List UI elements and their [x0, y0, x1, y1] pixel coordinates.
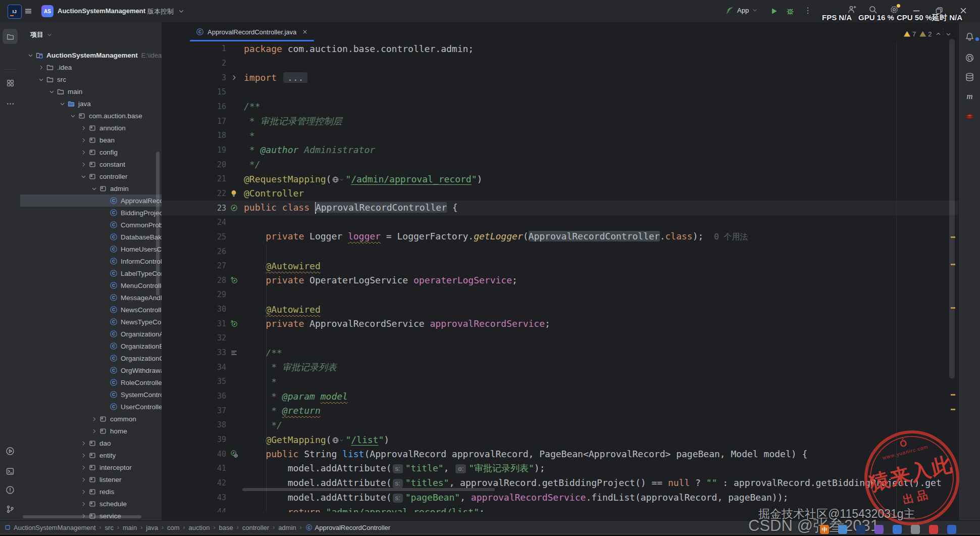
tree-item-main[interactable]: main: [20, 85, 162, 98]
chevron-right-icon[interactable]: [79, 149, 87, 156]
chevron-right-icon[interactable]: [90, 416, 98, 422]
code-line-29[interactable]: 29: [162, 287, 958, 302]
tree-item-admin[interactable]: admin: [20, 182, 162, 194]
chevron-right-icon[interactable]: [79, 125, 87, 131]
tool-strip-ai-assistant[interactable]: [962, 51, 976, 65]
tool-strip-notifications[interactable]: [962, 29, 976, 43]
tree-item-systemcontroller[interactable]: CSystemController: [20, 388, 162, 401]
code-line-35[interactable]: 35 *: [162, 374, 958, 389]
code-line-15[interactable]: 15: [162, 85, 958, 100]
tree-item-listener[interactable]: listener: [20, 473, 162, 485]
chevron-right-icon[interactable]: [79, 440, 87, 447]
breadcrumb-auction[interactable]: auction: [189, 524, 210, 531]
gutter-foldR-icon[interactable]: [226, 74, 241, 81]
main-menu-icon[interactable]: [24, 7, 32, 15]
tool-strip-problems-tool[interactable]: [3, 482, 18, 498]
code-line-23[interactable]: 23public class ApprovalRecordController …: [162, 201, 958, 215]
warning-stripe-mark[interactable]: [951, 409, 955, 410]
chevron-down-icon[interactable]: [37, 76, 45, 83]
chevron-right-icon[interactable]: [79, 476, 87, 483]
code-editor[interactable]: 1package com.auction.base.controller.adm…: [162, 41, 958, 512]
chevron-right-icon[interactable]: [79, 464, 87, 471]
project-scrollbar-horizontal[interactable]: [23, 515, 141, 518]
tree-item-informcontroller[interactable]: CInformController: [20, 255, 162, 267]
tree-item-controller[interactable]: controller: [20, 170, 162, 182]
tree-item-orgwithdrawalrecordcontroller[interactable]: COrgWithdrawalRecordController: [20, 364, 162, 376]
tool-strip-version-control-tool[interactable]: [3, 502, 18, 517]
tree-item-databasebakcontroller[interactable]: CDatabaseBakController: [20, 231, 162, 243]
vcs-menu[interactable]: 版本控制: [147, 7, 174, 16]
tool-strip-maven-tool[interactable]: m: [962, 89, 976, 103]
warning-stripe-mark[interactable]: [951, 394, 955, 396]
tree-item-interceptor[interactable]: interceptor: [20, 461, 162, 473]
tab-approvalrecordcontroller[interactable]: C ApprovalRecordController.java: [190, 22, 314, 41]
tool-strip-structure-tool[interactable]: [3, 75, 18, 90]
code-line-25[interactable]: 25 private Logger logger = LoggerFactory…: [162, 230, 958, 245]
gutter-lines3-icon[interactable]: [226, 349, 241, 357]
project-badge[interactable]: AS: [41, 5, 54, 17]
code-line-38[interactable]: 38 */: [162, 418, 958, 432]
code-line-44[interactable]: 44 return "admin/approval_record/list";: [162, 505, 958, 512]
project-scrollbar-vertical[interactable]: [156, 152, 160, 296]
gutter-bulb-icon[interactable]: [226, 189, 241, 198]
code-line-27[interactable]: 27 @Autowired: [162, 259, 958, 273]
breadcrumb-com[interactable]: com: [167, 524, 180, 531]
code-line-39[interactable]: 39 @GetMapping("/list"): [162, 432, 958, 447]
tree-item-labeltypecontroller[interactable]: CLabelTypeController: [20, 267, 162, 279]
tree-item-usercontroller[interactable]: CUserController: [20, 401, 162, 413]
globe-icon[interactable]: [332, 436, 344, 444]
editor-scrollbar-vertical[interactable]: [949, 39, 955, 378]
tree-item-entity[interactable]: entity: [20, 449, 162, 461]
tool-strip-project-tool[interactable]: [3, 29, 18, 44]
chevron-right-icon[interactable]: [79, 161, 87, 168]
breadcrumb-java[interactable]: java: [146, 524, 158, 531]
intellij-logo-icon[interactable]: ASIJ: [8, 5, 22, 19]
tree-item-homeuserscontroller[interactable]: CHomeUsersController: [20, 243, 162, 255]
code-line-36[interactable]: 36 * @param model: [162, 389, 958, 404]
tool-strip-more-tools[interactable]: [3, 96, 18, 111]
tree-item-config[interactable]: config: [20, 146, 162, 158]
code-line-22[interactable]: 22@Controller: [162, 186, 958, 201]
run-button[interactable]: [768, 6, 780, 17]
breadcrumb-src[interactable]: src: [105, 524, 114, 531]
tool-strip-database-tool[interactable]: [962, 70, 976, 84]
code-line-2[interactable]: 2: [162, 56, 958, 71]
tree-item-common[interactable]: common: [20, 413, 162, 425]
tree-item-schedule[interactable]: schedule: [20, 498, 162, 510]
tree-item-.idea[interactable]: .idea: [20, 61, 162, 73]
breadcrumb-main[interactable]: main: [123, 524, 137, 531]
tree-item-annotion[interactable]: annotion: [20, 122, 162, 134]
code-line-34[interactable]: 34 * 审批记录列表: [162, 360, 958, 374]
code-line-37[interactable]: 37 * @return: [162, 403, 958, 418]
tree-item-approvalrecordcontroller[interactable]: CApprovalRecordController: [20, 194, 162, 207]
close-tab-icon[interactable]: [302, 29, 308, 35]
previous-problem-icon[interactable]: [935, 31, 942, 37]
tree-item-newstypecontroller[interactable]: CNewsTypeController: [20, 316, 162, 328]
tree-item-commonproblemcontroller[interactable]: CCommonProblemController: [20, 219, 162, 231]
tree-item-home[interactable]: home: [20, 425, 162, 437]
tree-item-rolecontroller[interactable]: CRoleController: [20, 376, 162, 388]
chevron-right-icon[interactable]: [37, 64, 45, 71]
tree-item-java[interactable]: java: [20, 98, 162, 110]
warning-stripe-mark[interactable]: [951, 264, 955, 265]
globe-icon[interactable]: [332, 176, 344, 183]
code-line-31[interactable]: 31 private ApprovalRecordService approva…: [162, 316, 958, 331]
project-name[interactable]: AuctionSystemManagement: [58, 7, 145, 15]
gutter-beanG-icon[interactable]: [226, 450, 241, 458]
tree-item-bean[interactable]: bean: [20, 134, 162, 146]
code-line-21[interactable]: 21@RequestMapping("/admin/approval_recor…: [162, 172, 958, 186]
warning-stripe-mark[interactable]: [951, 307, 955, 309]
chevron-down-icon[interactable]: [178, 8, 185, 15]
chevron-right-icon[interactable]: [79, 137, 87, 143]
tool-strip-terminal-tool[interactable]: [3, 464, 18, 479]
tree-item-constant[interactable]: constant: [20, 158, 162, 170]
code-line-18[interactable]: 18 *: [162, 128, 958, 143]
inspections-widget[interactable]: 7 2: [900, 28, 956, 39]
code-line-32[interactable]: 32: [162, 331, 958, 346]
chevron-down-icon[interactable]: [135, 8, 142, 15]
tree-item-organizationcontroller[interactable]: COrganizationController: [20, 352, 162, 364]
gutter-bean-icon[interactable]: [226, 204, 241, 212]
code-line-43[interactable]: 43 model.addAttribute(s:"pageBean", appr…: [162, 490, 958, 505]
code-line-26[interactable]: 26: [162, 244, 958, 259]
code-line-28[interactable]: 28 private OperaterLogService operaterLo…: [162, 273, 958, 288]
